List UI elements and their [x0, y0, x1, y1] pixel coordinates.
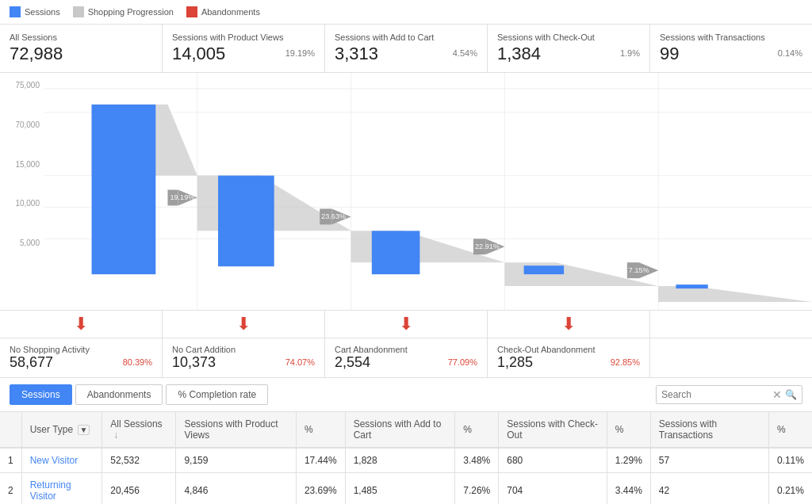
funnel-col-checkout-value: 1,384 [497, 44, 640, 64]
legend-sessions-label: Sessions [25, 7, 60, 17]
aband-no-shopping-pct: 80.39% [123, 357, 152, 367]
funnel-chart-svg: 19.19% 23.63% 22.91% 7.15% [44, 73, 812, 310]
arrow-col-2: ⬇ [163, 311, 325, 338]
red-arrow-1: ⬇ [74, 314, 88, 334]
tab-completion-rate[interactable]: % Completion rate [166, 384, 268, 405]
funnel-col-add-to-cart-pct: 4.54% [453, 48, 477, 58]
user-type-link[interactable]: New Visitor [30, 455, 78, 466]
th-checkout: Sessions with Check-Out [499, 412, 607, 448]
funnel-col-transactions-label: Sessions with Transactions [660, 32, 802, 42]
th-transactions-pct: % [768, 412, 812, 448]
svg-text:22.91%: 22.91% [475, 242, 500, 250]
search-icon[interactable]: 🔍 [785, 389, 797, 400]
row-checkout-pct: 3.44% [607, 473, 650, 505]
aband-col-cart-abandon: Cart Abandonment 77.09% 2,554 [325, 338, 488, 377]
th-user-type-label: User Type [30, 424, 73, 435]
funnel-col-transactions: Sessions with Transactions 0.14% 99 [650, 25, 812, 72]
legend-abandonments-label: Abandonments [201, 7, 260, 17]
arrow-col-3: ⬇ [325, 311, 488, 338]
row-checkout-pct: 1.29% [607, 448, 650, 473]
row-user-type[interactable]: New Visitor [21, 448, 102, 473]
y-label-10000: 10,000 [4, 199, 40, 208]
red-arrow-4: ⬇ [561, 314, 576, 334]
svg-rect-14 [92, 105, 156, 274]
th-all-sessions[interactable]: All Sessions ↓ [102, 412, 176, 448]
table-row: 2 Returning Visitor 20,456 4,846 23.69% … [0, 473, 812, 505]
y-label-70000: 70,000 [4, 120, 40, 129]
th-checkout-pct: % [607, 412, 650, 448]
funnel-col-transactions-pct: 0.14% [778, 48, 802, 58]
arrow-col-1: ⬇ [0, 311, 163, 338]
aband-col-no-cart: No Cart Addition 74.07% 10,373 [163, 338, 325, 377]
legend-abandonments-icon [186, 6, 197, 17]
search-input[interactable] [661, 389, 772, 400]
row-transactions-pct: 0.21% [768, 473, 812, 505]
chart-y-axis: 75,000 70,000 15,000 10,000 5,000 [0, 73, 44, 310]
red-arrow-2: ⬇ [236, 314, 251, 334]
th-add-to-cart: Sessions with Add to Cart [345, 412, 455, 448]
row-transactions-pct: 0.11% [768, 448, 812, 473]
th-row-num [0, 412, 21, 448]
row-num: 1 [0, 448, 21, 473]
sort-icon[interactable]: ↓ [113, 430, 118, 441]
funnel-col-product-views-pct: 19.19% [285, 48, 315, 58]
row-checkout: 680 [499, 448, 607, 473]
user-type-link[interactable]: Returning Visitor [30, 479, 71, 502]
th-product-views: Sessions with Product Views [176, 412, 296, 448]
row-user-type[interactable]: Returning Visitor [21, 473, 102, 505]
row-transactions: 42 [650, 473, 768, 505]
svg-text:23.63%: 23.63% [321, 212, 346, 220]
tabs-row[interactable]: Sessions Abandonments % Completion rate … [0, 378, 812, 412]
th-add-to-cart-pct: % [455, 412, 499, 448]
aband-col-checkout-abandon: Check-Out Abandonment 92.85% 1,285 [488, 338, 650, 377]
row-checkout: 704 [499, 473, 607, 505]
chart-area: 75,000 70,000 15,000 10,000 5,000 [0, 73, 812, 311]
th-transactions-label: Sessions with Transactions [659, 418, 717, 441]
aband-cart-abandon-pct: 77.09% [448, 357, 477, 367]
th-product-views-label: Sessions with Product Views [184, 418, 278, 441]
aband-checkout-abandon-label: Check-Out Abandonment [497, 345, 640, 354]
funnel-col-checkout-label: Sessions with Check-Out [497, 32, 640, 42]
funnel-col-all-sessions-value: 72,988 [10, 44, 152, 64]
row-add-to-cart-pct: 3.48% [455, 448, 499, 473]
row-add-to-cart: 1,485 [345, 473, 455, 505]
funnel-col-add-to-cart-label: Sessions with Add to Cart [335, 32, 477, 42]
red-arrows-row: ⬇ ⬇ ⬇ ⬇ [0, 311, 812, 338]
table-header-row: User Type ▼ All Sessions ↓ Sessions with… [0, 412, 812, 448]
funnel-headers: All Sessions 72,988 Sessions with Produc… [0, 25, 812, 73]
svg-rect-15 [218, 176, 274, 267]
search-box[interactable]: ✕ 🔍 [656, 385, 802, 404]
tab-abandonments[interactable]: Abandonments [75, 384, 163, 405]
th-add-to-cart-label: Sessions with Add to Cart [354, 418, 442, 441]
aband-no-cart-label: No Cart Addition [172, 345, 315, 354]
row-product-views: 9,159 [176, 448, 296, 473]
funnel-col-product-views: Sessions with Product Views 19.19% 14,00… [163, 25, 325, 72]
chart-content: 19.19% 23.63% 22.91% 7.15% [44, 73, 812, 310]
legend-sessions: Sessions [10, 6, 60, 17]
clear-icon[interactable]: ✕ [772, 388, 782, 401]
legend-shopping-icon [73, 6, 84, 17]
red-arrow-3: ⬇ [399, 314, 413, 334]
svg-text:19.19%: 19.19% [170, 194, 194, 202]
aband-col-empty [650, 338, 812, 377]
row-add-to-cart-pct: 7.26% [455, 473, 499, 505]
arrow-col-5 [650, 311, 812, 338]
svg-rect-16 [372, 231, 420, 274]
arrow-col-4: ⬇ [488, 311, 650, 338]
y-label-15000: 15,000 [4, 160, 40, 169]
aband-col-no-shopping: No Shopping Activity 80.39% 58,677 [0, 338, 163, 377]
legend-shopping-label: Shopping Progression [88, 7, 174, 17]
funnel-col-product-views-label: Sessions with Product Views [172, 32, 315, 42]
row-transactions: 57 [650, 448, 768, 473]
filter-icon[interactable]: ▼ [78, 425, 90, 435]
data-table: User Type ▼ All Sessions ↓ Sessions with… [0, 412, 812, 504]
y-label-5000: 5,000 [4, 239, 40, 247]
th-user-type[interactable]: User Type ▼ [21, 412, 102, 448]
y-label-75000: 75,000 [4, 81, 40, 90]
svg-rect-18 [676, 284, 707, 288]
svg-rect-17 [524, 265, 564, 274]
th-transactions: Sessions with Transactions [650, 412, 768, 448]
funnel-col-checkout: Sessions with Check-Out 1.9% 1,384 [488, 25, 650, 72]
row-add-to-cart: 1,828 [345, 448, 455, 473]
tab-sessions[interactable]: Sessions [10, 384, 72, 405]
